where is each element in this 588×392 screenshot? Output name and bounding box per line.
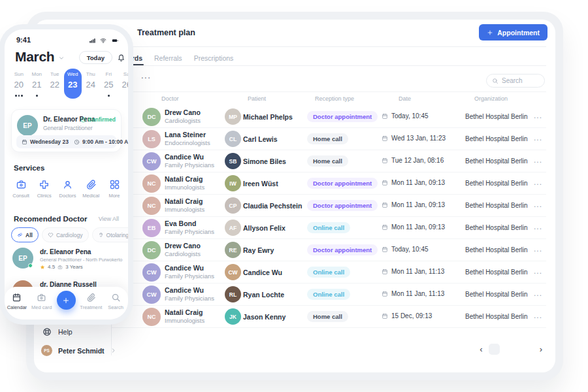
row-menu-button[interactable]: ... <box>534 155 542 165</box>
month-label: March <box>15 49 54 65</box>
tab-bar: RecordsReferralsPrescriptions <box>114 47 235 65</box>
table-row[interactable]: CW Candice Wu Family Physicians CW Candi… <box>111 261 546 284</box>
calendar-day[interactable]: Mon 21 <box>28 69 46 99</box>
row-menu-button[interactable]: ... <box>534 244 542 253</box>
battery-icon <box>110 37 120 44</box>
day-number: 22 <box>46 80 64 90</box>
day-label: Tue <box>46 71 64 77</box>
table-row[interactable]: NC Natali Craig Immunologists JK Jason K… <box>111 306 546 328</box>
specialty-chip[interactable]: All <box>11 227 39 242</box>
calendar-day[interactable]: Sun 20 <box>10 69 28 99</box>
tab[interactable]: Prescriptions <box>193 47 235 65</box>
row-menu-button[interactable]: ... <box>534 111 542 120</box>
table-row[interactable]: NC Natali Craig Immunologists CP Claudia… <box>111 195 546 217</box>
chevron-down-icon <box>58 55 65 61</box>
row-menu-button[interactable]: ... <box>534 178 542 187</box>
search-field[interactable] <box>502 77 539 84</box>
doctor-name: Eva Bond <box>165 220 214 228</box>
row-menu-button[interactable]: ... <box>534 222 542 231</box>
clock-icon <box>74 139 80 145</box>
row-menu-button[interactable]: ... <box>534 267 542 276</box>
status-icons <box>88 37 120 44</box>
specialty-chip[interactable]: Otolaringologis <box>92 227 128 242</box>
phone-overlay: 9:41 March Today Sun 20 Mon 21 Tue 22 We… <box>5 29 128 319</box>
row-menu-button[interactable]: ... <box>534 311 542 320</box>
doctor-avatar: CW <box>142 152 161 171</box>
sidebar-item-help[interactable]: Help <box>42 327 73 336</box>
calendar-day[interactable]: Sa 26 <box>118 69 128 99</box>
specialty-chip[interactable]: Cardiology <box>42 227 89 242</box>
doctor-name: Natali Craig <box>165 197 204 206</box>
service-label: Clinics <box>33 193 56 199</box>
user-name: Peter Schmidt <box>58 347 105 355</box>
table-row[interactable]: DC Drew Cano Cardiologists MP Michael Ph… <box>111 106 546 128</box>
today-button[interactable]: Today <box>79 51 112 64</box>
phone-nav-item[interactable]: Treatment <box>79 287 103 310</box>
month-selector[interactable]: March <box>15 49 65 65</box>
new-appointment-button[interactable]: Appointment <box>479 24 547 41</box>
pagination-next-button[interactable]: › <box>540 344 542 355</box>
search-icon <box>492 78 498 84</box>
service-item[interactable]: More <box>103 178 125 199</box>
phone-nav-item[interactable] <box>54 287 78 312</box>
organization-cell: Bethel Hospital Berlin <box>465 202 528 209</box>
service-item[interactable]: Medical <box>80 178 102 199</box>
view-all-link[interactable]: View All <box>99 216 119 222</box>
row-menu-button[interactable]: ... <box>534 133 542 142</box>
patient-name: Claudia Pechstein <box>243 202 302 210</box>
row-menu-button[interactable]: ... <box>534 200 542 209</box>
day-number: 21 <box>28 80 46 90</box>
organization-cell: Bethel Hospital Berlin <box>465 224 528 231</box>
table-row[interactable]: CW Candice Wu Family Physicians RL Ryan … <box>111 284 546 306</box>
patient-avatar: CW <box>225 264 241 280</box>
patient-name: Candice Wu <box>243 269 282 276</box>
pagination-prev-button[interactable]: ‹ <box>480 344 482 355</box>
service-item[interactable]: Consult <box>10 178 32 199</box>
reception-type-badge: Doctor appointment <box>307 111 378 122</box>
calendar-day[interactable]: Fri 25 <box>100 69 118 99</box>
calendar-icon <box>382 202 388 208</box>
day-number: 23 <box>64 80 82 90</box>
nav-label: Treatment <box>79 304 103 310</box>
phone-nav-item[interactable]: Search <box>104 287 127 310</box>
service-item[interactable]: Clinics <box>33 178 56 199</box>
pagination-page-button[interactable] <box>489 344 500 355</box>
appointment-doctor-role: General Practitioner <box>43 125 93 131</box>
pagination-page-button[interactable] <box>523 344 534 355</box>
table-row[interactable]: NC Natali Craig Immunologists IW Ireen W… <box>111 172 546 195</box>
phone-nav-item[interactable]: Med card <box>30 287 54 310</box>
calendar-icon <box>382 246 388 253</box>
table-row[interactable]: LS Lana Steiner Endocrinologists CL Carl… <box>111 128 546 150</box>
calendar-day[interactable]: Wed 23 <box>64 69 82 99</box>
table-row[interactable]: DC Drew Cano Cardiologists RE Ray Ewry D… <box>111 239 546 261</box>
chip-icon <box>17 232 23 238</box>
notifications-button[interactable] <box>117 52 125 62</box>
recommended-doctor-item[interactable]: EP dr. Eleanor Pena General Practitioner… <box>5 246 128 279</box>
table-row[interactable]: EB Eva Bond Family Physicians AF Allyson… <box>111 217 546 239</box>
briefcase-icon <box>57 265 63 270</box>
appointment-card[interactable]: EP Dr. Eleanor Pena General Practitioner… <box>11 109 122 152</box>
plus-icon <box>487 29 493 36</box>
pagination-page-button[interactable] <box>506 344 517 355</box>
search-input[interactable] <box>486 74 545 88</box>
nav-icon <box>62 297 70 304</box>
calendar-day[interactable]: Tue 22 <box>46 69 64 99</box>
service-item[interactable]: Doctors <box>57 178 79 199</box>
toolbar-divider <box>111 91 546 92</box>
service-icon <box>16 179 27 190</box>
calendar-icon <box>382 313 388 319</box>
row-menu-button[interactable]: ... <box>534 289 542 298</box>
date-cell: Mon 11 Jan, 11:13 <box>382 290 444 297</box>
organization-cell: Bethel Hospital Berlin <box>465 291 528 298</box>
patient-name: Ray Ewry <box>243 246 274 254</box>
calendar-day[interactable]: Thu 24 <box>82 69 100 99</box>
doctor-name: Drew Cano <box>165 242 201 250</box>
date-cell: Mon 11 Jan, 09:13 <box>382 179 445 186</box>
filters-overflow-button[interactable]: ... <box>141 71 151 80</box>
tab[interactable]: Referrals <box>153 47 184 65</box>
reception-type-badge: Home call <box>307 133 348 144</box>
sidebar-user[interactable]: PS Peter Schmidt <box>41 345 116 356</box>
phone-nav-item[interactable]: Calendar <box>5 287 29 310</box>
appointment-time: 9:00 Am - 10:00 Am <box>82 139 128 145</box>
table-row[interactable]: CW Candice Wu Family Physicians SB Simon… <box>111 150 546 172</box>
